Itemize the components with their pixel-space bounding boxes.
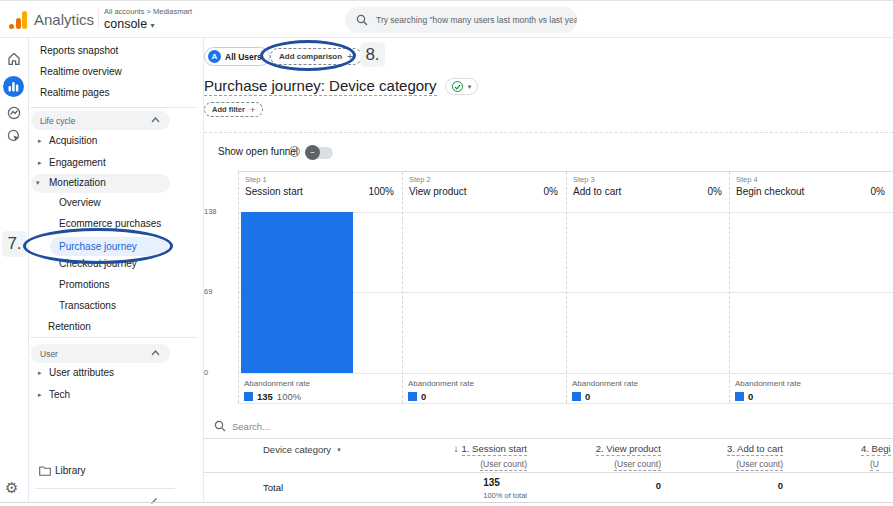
column-title: 3. Add to cart: [727, 443, 783, 456]
library-folder-icon: [39, 466, 51, 476]
annotation-circle-7: [23, 228, 173, 264]
property-caret-icon: ▾: [151, 21, 155, 30]
all-users-label: All Users: [225, 52, 262, 62]
funnel-column-step4: Step 4 Begin checkout 0% Abandonment rat…: [729, 172, 893, 403]
sidebar-item-tech[interactable]: Tech: [49, 389, 70, 400]
column-title: 4. Begi: [861, 443, 891, 456]
column-header-view-product[interactable]: 2. View product (User count): [596, 443, 661, 471]
admin-gear-icon[interactable]: ⚙: [5, 479, 18, 497]
step1-abandonment-row: 135 100%: [244, 391, 301, 402]
add-filter-label: Add filter: [212, 105, 245, 114]
user-collapse-chevron-icon[interactable]: [151, 350, 160, 356]
column-subtitle: (User count): [480, 459, 527, 471]
lifecycle-collapse-chevron-icon[interactable]: [151, 117, 160, 123]
column-subtitle: (User count): [736, 459, 783, 471]
open-funnel-toggle[interactable]: −: [307, 147, 333, 159]
annotation-label-8: 8.: [360, 42, 385, 67]
report-validity-chip[interactable]: ▾: [445, 78, 479, 95]
dimension-header[interactable]: Device category ▾: [263, 444, 341, 455]
total-session-start-value: 135: [483, 477, 527, 488]
table-header-top-border: [204, 438, 893, 439]
advertising-icon[interactable]: [7, 129, 21, 143]
property-selector[interactable]: console ▾: [104, 17, 155, 31]
step3-label: Step 3: [573, 175, 595, 184]
tech-expand-icon[interactable]: ▸: [38, 391, 42, 399]
sidebar-item-transactions[interactable]: Transactions: [59, 300, 116, 311]
dimension-caret-icon: ▾: [337, 446, 341, 454]
column-header-add-to-cart[interactable]: 3. Add to cart (User count): [727, 443, 783, 471]
column-subtitle: (User count): [614, 459, 661, 471]
user-attributes-expand-icon[interactable]: ▸: [38, 369, 42, 377]
step1-label: Step 1: [245, 175, 267, 184]
help-icon[interactable]: ?: [289, 146, 300, 157]
account-breadcrumb[interactable]: All accounts > Mediasmart: [104, 7, 192, 16]
sidebar-item-realtime-overview[interactable]: Realtime overview: [40, 66, 122, 77]
step2-completion: 0%: [544, 186, 558, 197]
step1-abandonment-count: 135: [257, 391, 273, 402]
acquisition-expand-icon[interactable]: ▸: [38, 137, 42, 145]
step3-abandonment-count: 0: [585, 391, 590, 402]
sidebar-item-user-attributes[interactable]: User attributes: [49, 367, 114, 378]
sidebar-item-library[interactable]: Library: [55, 465, 86, 476]
funnel-bottom-border: [238, 403, 893, 404]
column-header-begin-checkout[interactable]: 4. Begi (U: [861, 443, 891, 471]
sidebar-item-overview[interactable]: Overview: [59, 197, 101, 208]
header-divider: [98, 9, 99, 30]
analytics-app-window: Analytics All accounts > Mediasmart cons…: [0, 0, 893, 506]
step2-abandonment-row: 0: [408, 391, 426, 402]
step3-abandonment-label: Abandonment rate: [572, 379, 638, 388]
column-title: 1. Session start: [462, 443, 527, 456]
legend-square-icon: [244, 392, 253, 401]
legend-square-icon: [572, 392, 581, 401]
sidebar-item-monetization[interactable]: Monetization: [49, 177, 106, 188]
property-name: console: [104, 17, 147, 31]
nav-group-divider: [30, 107, 197, 108]
step1-abandonment-rate: 100%: [277, 391, 301, 402]
step1-completion: 100%: [368, 186, 394, 197]
page-title[interactable]: Purchase journey: Device category: [204, 77, 437, 96]
top-bar: Analytics All accounts > Mediasmart cons…: [0, 0, 893, 38]
home-icon[interactable]: [7, 52, 21, 66]
app-name: Analytics: [34, 11, 94, 28]
reports-icon-active[interactable]: [3, 76, 24, 97]
step3-abandonment-row: 0: [572, 391, 590, 402]
engagement-expand-icon[interactable]: ▸: [38, 159, 42, 167]
step1-bar[interactable]: [241, 212, 353, 373]
add-filter-button[interactable]: Add filter +: [204, 102, 263, 117]
drawer-collapse-icon[interactable]: [150, 497, 158, 505]
sidebar-item-promotions[interactable]: Promotions: [59, 279, 110, 290]
analytics-logo-icon[interactable]: [9, 11, 29, 29]
sidebar-item-realtime-pages[interactable]: Realtime pages: [40, 87, 109, 98]
legend-square-icon: [408, 392, 417, 401]
toggle-knob: −: [305, 145, 320, 160]
monetization-collapse-icon[interactable]: ▾: [36, 179, 40, 187]
sidebar-item-retention[interactable]: Retention: [48, 321, 91, 332]
all-users-avatar: A: [208, 50, 221, 63]
step4-name: Begin checkout: [736, 186, 804, 197]
report-card-top-border: [204, 132, 893, 133]
step4-abandonment-row: 0: [735, 391, 753, 402]
section-user-label: User: [40, 349, 58, 359]
sidebar-item-engagement[interactable]: Engagement: [49, 157, 106, 168]
step1-name: Session start: [245, 186, 303, 197]
step3-name: Add to cart: [573, 186, 621, 197]
total-row-label: Total: [263, 482, 283, 493]
column-header-session-start[interactable]: ↓1. Session start (User count): [454, 443, 527, 471]
step4-label: Step 4: [736, 175, 758, 184]
nav-group-divider-2: [30, 337, 197, 338]
table-header-bottom-border: [204, 472, 893, 473]
search-icon: [356, 14, 368, 26]
column-subtitle: (U: [870, 459, 879, 471]
step2-label: Step 2: [409, 175, 431, 184]
show-open-funnel-label: Show open funnel: [218, 146, 298, 157]
report-caret-icon: ▾: [468, 83, 472, 91]
dimension-header-label: Device category: [263, 444, 331, 455]
sidebar-item-reports-snapshot[interactable]: Reports snapshot: [40, 45, 118, 56]
explore-icon[interactable]: [7, 106, 21, 120]
sidebar-item-acquisition[interactable]: Acquisition: [49, 135, 97, 146]
step3-completion: 0%: [708, 186, 722, 197]
table-search-input[interactable]: Search...: [232, 421, 270, 432]
global-search-input[interactable]: Try searching "how many users last month…: [345, 7, 577, 33]
funnel-column-step1: Step 1 Session start 100% Abandonment ra…: [238, 172, 402, 403]
sort-descending-icon: ↓: [454, 443, 459, 454]
